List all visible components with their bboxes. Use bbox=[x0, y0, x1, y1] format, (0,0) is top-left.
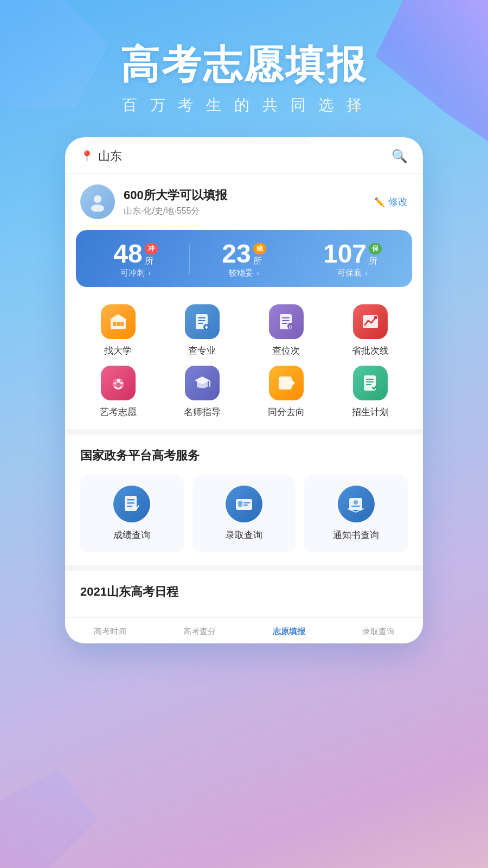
stat-number-safe: 107 bbox=[323, 241, 367, 267]
location-text: 山东 bbox=[98, 148, 122, 164]
svg-point-24 bbox=[120, 379, 123, 382]
grid-label-university: 找大学 bbox=[104, 344, 132, 357]
gov-score-icon bbox=[113, 486, 150, 522]
svg-rect-45 bbox=[351, 506, 360, 507]
grid-label-teacher: 名师指导 bbox=[184, 406, 221, 418]
same-score-icon bbox=[269, 366, 304, 400]
gov-section: 国家政务平台高考服务 成绩查询 bbox=[65, 437, 423, 563]
stat-unit-col-safe: 保 所 bbox=[369, 241, 382, 267]
grid-item-enrollment[interactable]: 招生计划 bbox=[328, 366, 412, 418]
grid-row-2: 艺考志愿 名师指导 同 bbox=[76, 361, 412, 423]
grid-item-teacher[interactable]: 名师指导 bbox=[160, 366, 244, 418]
bg-decoration-bottom bbox=[0, 770, 98, 868]
enrollment-icon bbox=[353, 366, 388, 400]
svg-rect-36 bbox=[127, 502, 134, 504]
svg-rect-41 bbox=[243, 505, 248, 506]
svg-rect-33 bbox=[366, 384, 371, 385]
location-left: 📍 山东 bbox=[80, 148, 122, 164]
grid-item-arts[interactable]: 艺考志愿 bbox=[76, 366, 160, 418]
search-icon[interactable]: 🔍 bbox=[391, 149, 408, 164]
svg-rect-31 bbox=[366, 379, 374, 380]
gov-item-admission[interactable]: 录取查询 bbox=[192, 475, 296, 552]
stat-number-row-safe: 107 保 所 bbox=[298, 241, 407, 267]
svg-point-44 bbox=[354, 500, 358, 505]
stat-label-stable[interactable]: 较稳妥 › bbox=[190, 268, 298, 278]
grid-item-major[interactable]: 查专业 bbox=[160, 304, 244, 357]
stat-item-stable[interactable]: 23 稳 所 较稳妥 › bbox=[190, 241, 298, 278]
gov-label-notice: 通知书查询 bbox=[333, 529, 379, 541]
schedule-section: 2021山东高考日程 bbox=[65, 573, 423, 617]
location-bar: 📍 山东 🔍 bbox=[65, 137, 423, 174]
svg-rect-32 bbox=[366, 381, 374, 382]
svg-rect-15 bbox=[282, 317, 290, 318]
score-line-icon bbox=[353, 304, 388, 339]
svg-point-27 bbox=[121, 384, 124, 387]
gov-item-score[interactable]: 成绩查询 bbox=[80, 475, 184, 552]
stats-banner: 48 冲 所 可冲刺 › 23 稳 所 较稳妥 › bbox=[76, 230, 412, 287]
user-info-section: 600所大学可以填报 山东·化/史/地·555分 ✏️ 修改 bbox=[65, 174, 423, 228]
badge-safe: 保 bbox=[369, 243, 382, 254]
svg-rect-35 bbox=[127, 499, 134, 501]
stat-item-safe[interactable]: 107 保 所 可保底 › bbox=[298, 241, 407, 278]
rank-icon: Q bbox=[269, 304, 304, 339]
major-icon bbox=[185, 304, 220, 339]
phone-card: 📍 山东 🔍 600所大学可以填报 山东·化/史/地·555分 ✏️ 修改 bbox=[65, 137, 423, 643]
grid-item-score-line[interactable]: 省批次线 bbox=[328, 304, 412, 357]
tab-volunteer[interactable]: 志原填报 bbox=[244, 624, 333, 639]
stat-unit-rush: 所 bbox=[145, 256, 153, 267]
stat-label-safe[interactable]: 可保底 › bbox=[298, 268, 407, 278]
sub-title: 百 万 考 生 的 共 同 选 择 bbox=[0, 95, 488, 116]
svg-rect-3 bbox=[113, 322, 116, 326]
avatar bbox=[80, 184, 115, 219]
gov-section-title: 国家政务平台高考服务 bbox=[80, 448, 408, 464]
edit-label: 修改 bbox=[388, 195, 408, 208]
section-divider bbox=[65, 429, 423, 435]
user-left: 600所大学可以填报 山东·化/史/地·555分 bbox=[80, 184, 227, 219]
tab-exam-time[interactable]: 高考时间 bbox=[65, 624, 155, 639]
main-title: 高考志愿填报 bbox=[0, 43, 488, 86]
user-detail: 山东·化/史/地·555分 bbox=[124, 206, 227, 217]
stat-label-rush[interactable]: 可冲刺 › bbox=[81, 268, 190, 278]
gov-label-admission: 录取查询 bbox=[226, 529, 262, 541]
grid-section: 找大学 查专业 bbox=[65, 296, 423, 427]
svg-rect-4 bbox=[117, 322, 120, 326]
arts-icon bbox=[101, 366, 136, 400]
section-divider-2 bbox=[65, 565, 423, 571]
edit-button[interactable]: ✏️ 修改 bbox=[374, 195, 408, 208]
stat-item-rush[interactable]: 48 冲 所 可冲刺 › bbox=[81, 241, 190, 278]
badge-rush: 冲 bbox=[145, 243, 158, 254]
grid-item-rank[interactable]: Q 查位次 bbox=[244, 304, 328, 357]
tab-score-check[interactable]: 高考查分 bbox=[155, 624, 244, 639]
gov-admission-icon bbox=[226, 486, 262, 522]
grid-item-university[interactable]: 找大学 bbox=[76, 304, 160, 357]
tab-admission-check[interactable]: 录取查询 bbox=[333, 624, 423, 639]
stat-number-rush: 48 bbox=[113, 241, 142, 267]
badge-stable: 稳 bbox=[253, 243, 266, 254]
grid-label-score-line: 省批次线 bbox=[352, 344, 389, 357]
grid-label-enrollment: 招生计划 bbox=[352, 406, 389, 418]
stat-unit-stable: 所 bbox=[253, 256, 262, 267]
teacher-icon bbox=[185, 366, 220, 400]
grid-label-major: 查专业 bbox=[188, 344, 216, 357]
svg-point-25 bbox=[115, 382, 121, 388]
stat-unit-col-rush: 冲 所 bbox=[145, 241, 158, 267]
svg-rect-5 bbox=[120, 322, 124, 326]
header-section: 高考志愿填报 百 万 考 生 的 共 同 选 择 bbox=[0, 0, 488, 137]
gov-notice-icon bbox=[338, 486, 375, 522]
grid-label-rank: 查位次 bbox=[272, 344, 300, 357]
grid-item-same-score[interactable]: 同分去向 bbox=[244, 366, 328, 418]
svg-rect-9 bbox=[198, 320, 206, 321]
svg-marker-6 bbox=[110, 314, 127, 320]
stat-number-stable: 23 bbox=[222, 241, 251, 267]
svg-rect-28 bbox=[209, 380, 210, 387]
user-details: 600所大学可以填报 山东·化/史/地·555分 bbox=[124, 187, 227, 217]
svg-rect-10 bbox=[198, 323, 203, 324]
university-icon bbox=[101, 304, 136, 339]
stat-unit-safe: 所 bbox=[369, 256, 377, 267]
gov-item-notice[interactable]: 通知书查询 bbox=[304, 475, 408, 552]
grid-label-same-score: 同分去向 bbox=[268, 406, 305, 418]
svg-point-21 bbox=[374, 316, 377, 319]
svg-point-23 bbox=[113, 379, 117, 383]
bottom-tabs: 高考时间 高考查分 志原填报 录取查询 bbox=[65, 617, 423, 643]
location-pin-icon: 📍 bbox=[80, 150, 94, 163]
